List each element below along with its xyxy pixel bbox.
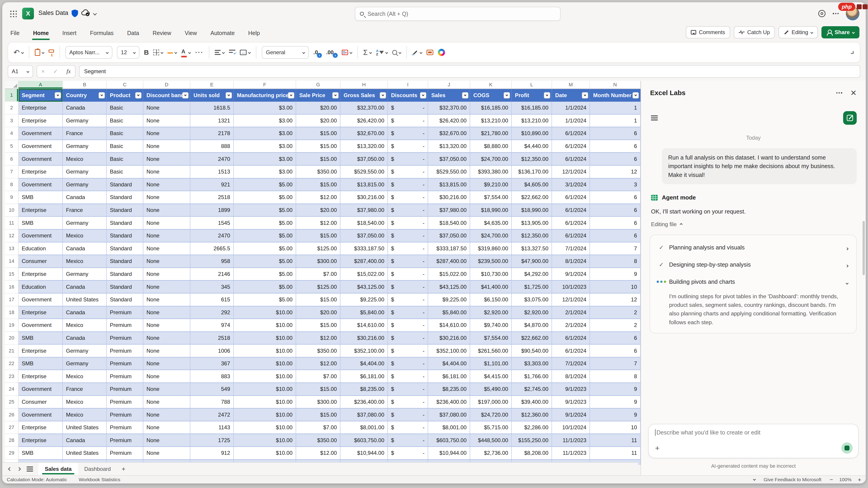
cancel-icon[interactable]: ×	[41, 68, 44, 74]
cell[interactable]: 2	[590, 306, 641, 319]
cell[interactable]: $10.00	[234, 319, 296, 332]
cell[interactable]: 1545	[190, 217, 234, 230]
cell[interactable]: SMB	[19, 217, 63, 230]
cell[interactable]: Government	[19, 293, 63, 306]
row-header-15[interactable]: 15	[5, 268, 19, 281]
column-letter-D[interactable]: D	[143, 81, 190, 89]
cell[interactable]: $319,860.00	[470, 242, 512, 255]
column-header-cell[interactable]: Sales	[428, 89, 470, 102]
cell[interactable]: 2178	[190, 127, 234, 140]
cell[interactable]: Premium	[107, 409, 143, 421]
cell[interactable]: $15.00	[296, 383, 340, 396]
format-painter-button[interactable]	[49, 52, 54, 53]
menu-tab-review[interactable]: Review	[152, 27, 172, 39]
cell[interactable]: None	[143, 268, 190, 281]
cell[interactable]: $3.00	[234, 166, 296, 178]
cell[interactable]: $13,320.00	[428, 140, 470, 153]
cell[interactable]: France	[63, 383, 107, 396]
alignment-button[interactable]	[215, 50, 224, 55]
cell[interactable]: 6	[590, 230, 641, 242]
cell[interactable]: $13,320.00	[340, 140, 388, 153]
cell[interactable]: Standard	[107, 268, 143, 281]
cell[interactable]: 6	[590, 332, 641, 345]
cell[interactable]: Premium	[107, 319, 143, 332]
column-header-cell[interactable]: Country	[63, 89, 107, 102]
cell[interactable]: $10,944.00	[340, 447, 388, 460]
cell[interactable]: $47,900.00	[512, 255, 552, 268]
cell[interactable]: $-	[388, 204, 428, 217]
column-header-cell[interactable]: Units sold	[190, 89, 234, 102]
cell[interactable]: $10.00	[234, 447, 296, 460]
row-header-19[interactable]: 19	[5, 319, 19, 332]
app-launcher-icon[interactable]	[9, 10, 17, 17]
cell[interactable]: None	[143, 102, 190, 115]
cell[interactable]: $-	[388, 447, 428, 460]
filter-button[interactable]	[380, 92, 386, 98]
cell[interactable]: 615	[190, 293, 234, 306]
cell[interactable]: $20.00	[296, 204, 340, 217]
cell[interactable]: $15.00	[296, 319, 340, 332]
cell[interactable]: $41,400.00	[470, 281, 512, 293]
cell[interactable]: None	[143, 217, 190, 230]
cell[interactable]: $8,235.00	[340, 383, 388, 396]
cell[interactable]: $3.00	[234, 140, 296, 153]
cell[interactable]: SMB	[19, 332, 63, 345]
cell[interactable]: $18,990.00	[512, 204, 552, 217]
cell[interactable]: None	[143, 255, 190, 268]
collapse-ribbon-chevron-icon[interactable]	[851, 51, 854, 54]
cell[interactable]: Standard	[107, 230, 143, 242]
cell[interactable]: $24,720.00	[470, 409, 512, 421]
editing-file-toggle[interactable]: Editing file	[651, 221, 856, 228]
cell[interactable]: 2472	[190, 409, 234, 421]
cell[interactable]: $30,216.00	[428, 332, 470, 345]
cell[interactable]: $10.00	[234, 434, 296, 447]
number-format-select[interactable]: General	[262, 46, 309, 59]
spreadsheet-grid[interactable]: ABCDEFGHIJKLMN1SegmentCountryProductDisc…	[5, 81, 641, 465]
editing-mode-button[interactable]: Editing	[778, 26, 818, 38]
cell[interactable]: $24,700.00	[470, 230, 512, 242]
cell[interactable]: $5.00	[234, 281, 296, 293]
cell[interactable]: $7.00	[296, 421, 340, 434]
cell[interactable]: $-	[388, 357, 428, 370]
cell[interactable]: $15.00	[296, 127, 340, 140]
cell[interactable]: Enterprise	[19, 370, 63, 383]
cell[interactable]: 7/1/2024	[552, 357, 590, 370]
cell[interactable]: $5.00	[234, 191, 296, 204]
cell[interactable]: Government	[19, 153, 63, 166]
cell[interactable]: 292	[190, 306, 234, 319]
comments-button[interactable]: Comments	[686, 26, 730, 38]
column-header-cell[interactable]: Manufacturing price	[234, 89, 296, 102]
cell[interactable]: $8,001.00	[428, 421, 470, 434]
cell[interactable]: $261,560.00	[470, 345, 512, 357]
cell[interactable]: $18,990.00	[470, 204, 512, 217]
cell[interactable]: $13,210.00	[512, 115, 552, 127]
cell[interactable]: $300.00	[296, 255, 340, 268]
row-header-21[interactable]: 21	[5, 345, 19, 357]
catch-up-button[interactable]: Catch Up	[734, 26, 775, 38]
cell[interactable]: $6,181.00	[340, 370, 388, 383]
cell[interactable]: $8,001.00	[340, 421, 388, 434]
cell[interactable]: None	[143, 434, 190, 447]
column-letter-L[interactable]: L	[512, 81, 552, 89]
undo-button[interactable]: ↶	[13, 49, 24, 56]
cell[interactable]: 9	[590, 409, 641, 421]
cell[interactable]: Enterprise	[19, 421, 63, 434]
document-title[interactable]: Sales Data	[38, 9, 68, 17]
cell[interactable]: $333,187.50	[340, 242, 388, 255]
stop-generating-button[interactable]	[841, 442, 852, 454]
column-header-cell[interactable]: Product	[107, 89, 143, 102]
cell[interactable]: Canada	[63, 191, 107, 204]
column-header-cell[interactable]: Date	[552, 89, 590, 102]
row-header-11[interactable]: 11	[5, 217, 19, 230]
cell[interactable]: 2146	[190, 268, 234, 281]
cell[interactable]: $-	[388, 127, 428, 140]
cell[interactable]: 8	[590, 255, 641, 268]
cell[interactable]: $529,550.00	[428, 166, 470, 178]
cell[interactable]: Germany	[63, 268, 107, 281]
cell[interactable]: Mexico	[63, 409, 107, 421]
cell[interactable]: 8/1/2024	[552, 255, 590, 268]
feedback-link[interactable]: Give Feedback to Microsoft	[764, 477, 822, 482]
cell[interactable]: $239,500.00	[470, 255, 512, 268]
cell[interactable]: $7.00	[296, 370, 340, 383]
cell[interactable]: $-	[388, 332, 428, 345]
